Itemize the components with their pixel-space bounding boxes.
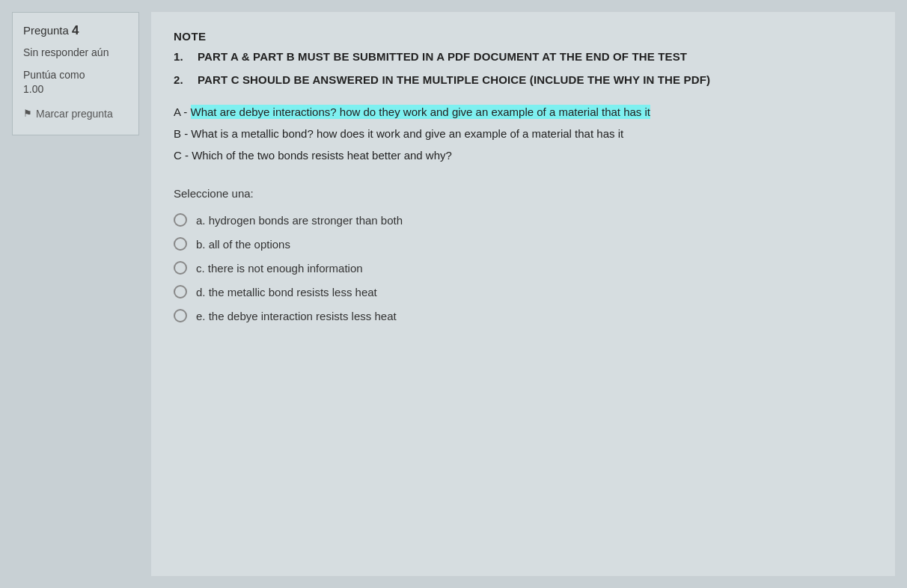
option-e-text: e. the debye interaction resists less he… [196, 310, 397, 322]
option-d-text: d. the metallic bond resists less heat [196, 286, 377, 298]
question-c: C - Which of the two bonds resists heat … [174, 147, 873, 165]
flag-icon: ⚑ [23, 108, 32, 119]
option-b-text: b. all of the options [196, 238, 290, 251]
question-block: A - What are debye interactions? how do … [174, 103, 873, 165]
sidebar: Pregunta 4 Sin responder aún Puntúa como… [12, 12, 139, 135]
option-c[interactable]: c. there is not enough information [174, 261, 873, 275]
radio-e[interactable] [174, 309, 187, 322]
status-label: Sin responder aún [23, 46, 128, 61]
question-a-prefix: A - [174, 105, 191, 118]
radio-b[interactable] [174, 237, 187, 251]
note-list: 1. PART A & PART B MUST BE SUBMITTED IN … [174, 49, 873, 88]
option-e[interactable]: e. the debye interaction resists less he… [174, 309, 873, 322]
radio-c[interactable] [174, 261, 187, 275]
seleccione-label: Seleccione una: [174, 187, 873, 200]
option-c-text: c. there is not enough information [196, 262, 363, 275]
radio-d[interactable] [174, 285, 187, 298]
radio-a[interactable] [174, 213, 187, 227]
question-a: A - What are debye interactions? how do … [174, 103, 873, 122]
option-b[interactable]: b. all of the options [174, 237, 873, 251]
option-a[interactable]: a. hydrogen bonds are stronger than both [174, 213, 873, 227]
note-label: NOTE [174, 30, 873, 43]
option-d[interactable]: d. the metallic bond resists less heat [174, 285, 873, 298]
question-b: B - What is a metallic bond? how does it… [174, 125, 873, 144]
main-content: NOTE 1. PART A & PART B MUST BE SUBMITTE… [151, 12, 895, 576]
option-a-text: a. hydrogen bonds are stronger than both [196, 214, 403, 227]
note-item-2: 2. PART C SHOULD BE ANSWERED IN THE MULT… [174, 72, 873, 89]
question-a-highlighted: What are debye interactions? how do they… [191, 105, 651, 119]
puntua-label: Puntúa como 1.00 [23, 68, 128, 97]
pregunta-label: Pregunta 4 [23, 23, 128, 38]
note-item-1: 1. PART A & PART B MUST BE SUBMITTED IN … [174, 49, 873, 66]
note-section: NOTE 1. PART A & PART B MUST BE SUBMITTE… [174, 30, 873, 88]
marcar-pregunta-button[interactable]: ⚑ Marcar pregunta [23, 108, 128, 120]
options-list: a. hydrogen bonds are stronger than both… [174, 213, 873, 322]
